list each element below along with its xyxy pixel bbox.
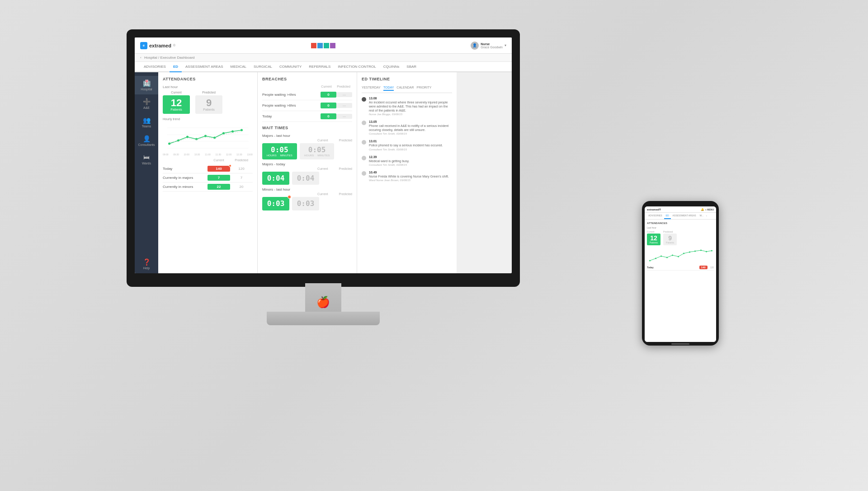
timeline-tab-today[interactable]: TODAY: [383, 85, 394, 91]
topbar: e extramed ® 👤 Nurse: [135, 37, 512, 54]
phone-menu-label[interactable]: ≡ MENU: [705, 208, 714, 211]
sidebar-item-wards[interactable]: 🛏 Wards: [135, 150, 158, 168]
timeline-dot-0: [362, 97, 366, 102]
timeline-entry-0: 13.08 An incident occured where three se…: [362, 97, 452, 116]
phone-attendance-row: Current 12 Patients Predicted 9 Patients: [647, 230, 714, 245]
tab-community[interactable]: COMMUNITY: [276, 62, 305, 72]
minors-lh-col-headers: Current Predicted: [262, 192, 352, 196]
wait-times-title: WAIT TIMES: [262, 126, 352, 130]
breach-col-headers: Current Predicted: [262, 85, 352, 88]
minors-current: 22: [208, 184, 230, 190]
sidebar-label-wards: Wards: [142, 162, 151, 165]
svg-point-24: [711, 250, 712, 252]
sidebar-item-ae[interactable]: ➕ A&E: [135, 94, 158, 113]
phone-screen: extramed® 🔔 ≡ MENU ADVISORIES ED ASSESSM…: [645, 206, 716, 342]
logo: e extramed ®: [140, 42, 175, 49]
majors-lh-current-time: 0:05 Hours Minutes: [262, 143, 297, 159]
back-icon[interactable]: ‹: [140, 56, 142, 60]
breadcrumb: ‹ Hospital / Executive Dashboard: [135, 54, 512, 62]
current-label: Current: [171, 91, 181, 94]
phone-current-stat: Current 12 Patients: [647, 230, 660, 245]
breaches-title: BREACHES: [262, 77, 352, 81]
minors-alert-dot: [288, 195, 291, 199]
breadcrumb-text: Hospital / Executive Dashboard: [144, 56, 195, 60]
hospital-icon: 🏥: [143, 79, 151, 87]
svg-point-4: [168, 143, 170, 145]
svg-point-6: [186, 136, 189, 138]
sidebar-item-teams[interactable]: 👥 Teams: [135, 113, 158, 131]
phone-top-icons: 🔔 ≡ MENU: [701, 208, 714, 211]
color-block-blue: [317, 43, 323, 48]
color-block-purple: [330, 43, 335, 48]
timeline-author-0: Nurse Joe Bloggs, 03/08/15: [369, 113, 452, 116]
timeline-panel: ED TIMELINE YESTERDAY TODAY CALENDAR PRI…: [357, 72, 457, 273]
color-block-red: [311, 43, 316, 48]
breach-badge-8hr: 0: [321, 103, 336, 108]
majors-label: Currently in majors: [163, 176, 208, 180]
phone-tab-assessment[interactable]: ASSESSMENT AREAS: [671, 213, 698, 219]
sidebar-item-hospital[interactable]: 🏥 Hospital: [135, 76, 158, 94]
timeline-tab-yesterday[interactable]: YESTERDAY: [362, 85, 381, 91]
hours-label: Hours: [267, 154, 277, 157]
phone-predicted-unit: Patients: [666, 241, 674, 244]
phone-tab-ed[interactable]: ED: [664, 213, 671, 219]
tab-advisories[interactable]: ADVISORIES: [140, 62, 170, 72]
phone-predicted-value: 9: [666, 235, 674, 241]
timeline-title: ED TIMELINE: [362, 77, 452, 81]
tab-assessment[interactable]: ASSESSMENT AREAS: [182, 62, 226, 72]
table-row-today: Today 140 120: [163, 164, 253, 173]
majors-badge: 7: [208, 175, 230, 181]
teams-icon: 👥: [143, 117, 151, 124]
majors-lh-predicted-num: 0:05: [304, 146, 330, 154]
alert-dot: [229, 164, 231, 167]
tab-medical[interactable]: MEDICAL: [226, 62, 250, 72]
minors-label: Currently in minors: [163, 185, 208, 189]
phone-device: extramed® 🔔 ≡ MENU ADVISORIES ED ASSESSM…: [642, 201, 719, 346]
tab-cquinns[interactable]: CQUINNs: [380, 62, 403, 72]
timeline-time-2: 13.01: [369, 140, 452, 143]
timeline-text-3: Medical ward is getting busy.: [369, 159, 452, 163]
current-stat: Current 12 Patients: [163, 91, 190, 114]
minors-predicted: 20: [230, 185, 253, 189]
nav-tabs: ADVISORIES ED ASSESSMENT AREAS MEDICAL S…: [135, 62, 512, 72]
phone-current-unit: Patients: [650, 241, 658, 244]
tab-infection[interactable]: INFECTION CONTROL: [334, 62, 379, 72]
phone-app: extramed® 🔔 ≡ MENU ADVISORIES ED ASSESSM…: [645, 206, 716, 342]
sidebar-label-ae: A&E: [143, 106, 150, 109]
majors-today-col-headers: Current Predicted: [262, 167, 352, 170]
phone-chart: [647, 247, 714, 263]
majors-today-current-num: 0:04: [267, 174, 285, 182]
phone-last-hour: Last hour: [647, 226, 714, 229]
user-avatar: 👤: [471, 42, 479, 50]
current-unit: Patients: [168, 108, 184, 111]
timeline-tab-calendar[interactable]: CALENDAR: [396, 85, 414, 91]
user-dropdown-icon[interactable]: ▾: [505, 43, 506, 47]
phone-logo: extramed®: [647, 208, 661, 211]
breach-predicted-header: Predicted: [335, 85, 352, 88]
tab-ed[interactable]: ED: [170, 62, 182, 72]
timeline-tab-priority[interactable]: PRIORITY: [416, 85, 431, 91]
consultants-icon: 👤: [143, 135, 151, 142]
phone-tab-chevron[interactable]: ›: [705, 213, 708, 219]
sidebar-item-help[interactable]: ❓ Help: [135, 255, 158, 273]
breach-predicted-today: —: [336, 114, 352, 119]
sidebar-item-consultants[interactable]: 👤 Consultants: [135, 131, 158, 150]
phone-topbar: extramed® 🔔 ≡ MENU: [645, 206, 716, 213]
majors-today-current: 0:04: [262, 172, 289, 185]
phone-tab-more[interactable]: M...: [698, 213, 705, 219]
color-block-teal: [324, 43, 329, 48]
predicted-stat: Predicted 9 Patients: [195, 91, 222, 114]
tab-surgical[interactable]: SURGICAL: [250, 62, 276, 72]
tab-referrals[interactable]: REFERRALS: [305, 62, 334, 72]
timeline-dot-1: [362, 121, 366, 125]
imac-device: e extramed ® 👤 Nurse: [127, 29, 520, 359]
sidebar-label-hospital: Hospital: [141, 88, 152, 91]
breach-predicted-4hr: —: [336, 92, 352, 97]
svg-point-16: [666, 257, 668, 258]
minors-badge: 22: [208, 184, 230, 190]
imac-screen-border: e extramed ® 👤 Nurse: [127, 29, 520, 287]
tab-sbar[interactable]: SBAR: [403, 62, 420, 72]
phone-tab-advisories[interactable]: ADVISORIES: [646, 213, 664, 219]
sidebar-label-consultants: Consultants: [138, 143, 155, 146]
col-current-header: Current: [208, 159, 230, 162]
